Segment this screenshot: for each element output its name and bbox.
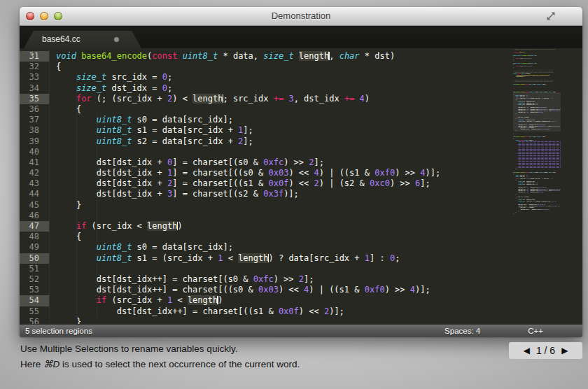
code-line[interactable]: uint8_t s1 = (src_idx + 1 < length) ? da… <box>56 253 512 264</box>
line-number[interactable]: 41 <box>20 157 49 168</box>
code-line[interactable]: if (src_idx < length) <box>56 221 512 232</box>
indent-guide <box>97 115 97 317</box>
caption-text: Use Multiple Selections to rename variab… <box>20 341 300 372</box>
pagination: ◀ 1 / 6 ▶ <box>509 342 582 359</box>
line-number-gutter[interactable]: 3132333435363738394041424344454647484950… <box>20 51 49 324</box>
line-number[interactable]: 56 <box>20 317 49 324</box>
code-line[interactable]: dst[dst_idx + 1] = charset[((s0 & 0x03) … <box>56 168 512 178</box>
code-line[interactable]: for (; (src_idx + 2) < length; src_idx +… <box>56 94 512 104</box>
code-line[interactable]: { <box>56 104 512 115</box>
prev-page-button[interactable]: ◀ <box>524 342 530 359</box>
line-number[interactable]: 50 <box>20 253 49 264</box>
editor-area: 3132333435363738394041424344454647484950… <box>20 48 582 324</box>
caption-line-2: Here ⌘D is used to select the next occur… <box>20 357 300 372</box>
caption-line-1: Use Multiple Selections to rename variab… <box>20 341 300 357</box>
code-line[interactable]: void base64_encode(const uint8_t * data,… <box>56 51 512 62</box>
line-number[interactable]: 35 <box>20 94 49 104</box>
tab-label: base64.cc <box>42 34 80 44</box>
desktop-background: Demonstration base64.cc 3132333435363738… <box>0 0 588 389</box>
code-line[interactable]: size_t dst_idx = 0; <box>56 83 512 94</box>
indentation-status[interactable]: Spaces: 4 <box>444 327 480 335</box>
tab-base64[interactable]: base64.cc <box>24 31 141 48</box>
line-number[interactable]: 40 <box>20 147 49 157</box>
line-number[interactable]: 46 <box>20 211 49 221</box>
minimap-viewport[interactable] <box>513 92 561 132</box>
code-line[interactable]: dst[dst_idx + 0] = charset[(s0 & 0xfc) >… <box>56 157 512 168</box>
line-number[interactable]: 49 <box>20 242 49 253</box>
code-line[interactable]: dst[dst_idx++] = charset[((s1 & 0x0f) <<… <box>56 306 512 317</box>
window-titlebar[interactable]: Demonstration <box>20 7 582 26</box>
line-number[interactable]: 42 <box>20 168 49 178</box>
selection-count-status: 5 selection regions <box>20 327 92 335</box>
line-number[interactable]: 43 <box>20 178 49 189</box>
code-line[interactable]: if (src_idx + 1 < length) <box>56 295 512 306</box>
code-view[interactable]: void base64_encode(const uint8_t * data,… <box>49 51 512 324</box>
minimap-content: // base64 encoding and decoding routines… <box>513 48 561 216</box>
code-line[interactable]: { <box>56 232 512 242</box>
window-title: Demonstration <box>20 7 582 25</box>
code-line[interactable]: dst[dst_idx++] = charset[(s0 & 0xfc) >> … <box>56 274 512 285</box>
code-line[interactable]: } <box>56 200 512 211</box>
line-number[interactable]: 34 <box>20 83 49 94</box>
line-number[interactable]: 48 <box>20 232 49 242</box>
code-line[interactable]: dst[dst_idx++] = charset[((s0 & 0x03) <<… <box>56 285 512 295</box>
line-number[interactable]: 38 <box>20 125 49 136</box>
line-number[interactable]: 47 <box>20 221 49 232</box>
fullscreen-icon[interactable] <box>546 11 556 21</box>
status-bar: 5 selection regions Spaces: 4 C++ <box>20 324 582 337</box>
modified-indicator-icon[interactable] <box>114 37 119 42</box>
syntax-status[interactable]: C++ <box>528 327 543 335</box>
code-line[interactable]: uint8_t s0 = data[src_idx]; <box>56 242 512 253</box>
line-number[interactable]: 31 <box>20 51 49 62</box>
line-number[interactable]: 51 <box>20 264 49 274</box>
code-line[interactable]: dst[dst_idx + 3] = charset[(s2 & 0x3f)]; <box>56 189 512 199</box>
line-number[interactable]: 37 <box>20 115 49 125</box>
code-line[interactable]: size_t src_idx = 0; <box>56 72 512 83</box>
indent-guide <box>76 72 77 317</box>
code-line[interactable]: } <box>56 317 512 324</box>
code-line[interactable]: { <box>56 62 512 72</box>
line-number[interactable]: 44 <box>20 189 49 199</box>
code-line[interactable]: dst[dst_idx + 2] = charset[((s1 & 0x0f) … <box>56 178 512 189</box>
code-line[interactable] <box>56 211 512 221</box>
line-number[interactable]: 33 <box>20 72 49 83</box>
line-number[interactable]: 52 <box>20 274 49 285</box>
code-line[interactable]: uint8_t s1 = data[src_idx + 1]; <box>56 125 512 136</box>
page-indicator: 1 / 6 <box>536 345 555 356</box>
next-page-button[interactable]: ▶ <box>561 342 568 359</box>
line-number[interactable]: 36 <box>20 104 49 115</box>
line-number[interactable]: 53 <box>20 285 49 295</box>
line-number[interactable]: 32 <box>20 62 49 72</box>
code-line[interactable] <box>56 264 512 274</box>
keyboard-shortcut: ⌘D <box>43 359 59 369</box>
tab-bar: base64.cc <box>20 26 582 48</box>
app-window: Demonstration base64.cc 3132333435363738… <box>20 7 582 337</box>
code-line[interactable]: uint8_t s2 = data[src_idx + 2]; <box>56 136 512 147</box>
line-number[interactable]: 39 <box>20 136 49 147</box>
code-line[interactable]: uint8_t s0 = data[src_idx]; <box>56 115 512 125</box>
line-number[interactable]: 55 <box>20 306 49 317</box>
line-number[interactable]: 54 <box>20 295 49 306</box>
minimap[interactable]: // base64 encoding and decoding routines… <box>513 48 561 324</box>
code-line[interactable] <box>56 147 512 157</box>
line-number[interactable]: 45 <box>20 200 49 211</box>
